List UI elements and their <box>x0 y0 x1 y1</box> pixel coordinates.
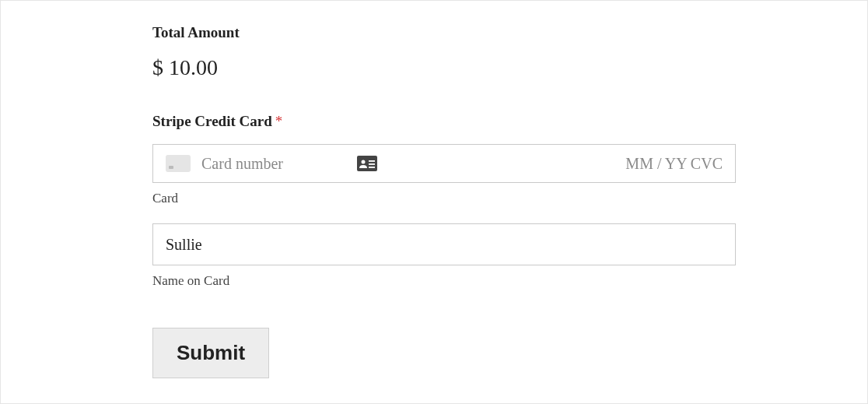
svg-rect-3 <box>369 163 375 165</box>
submit-button[interactable]: Submit <box>152 328 269 378</box>
expiry-cvc-placeholder: MM / YY CVC <box>625 155 723 173</box>
total-amount-label: Total Amount <box>152 24 736 41</box>
payment-form-container: Total Amount $ 10.00 Stripe Credit Card*… <box>0 0 868 404</box>
card-number-placeholder: Card number <box>201 155 357 173</box>
card-field-label: Stripe Credit Card* <box>152 113 736 130</box>
card-input-row[interactable]: Card number MM / YY CVC <box>152 144 736 183</box>
card-icon <box>166 155 191 172</box>
svg-rect-4 <box>369 167 375 168</box>
name-sublabel: Name on Card <box>152 273 736 289</box>
id-card-icon <box>357 156 377 171</box>
form-wrapper: Total Amount $ 10.00 Stripe Credit Card*… <box>152 24 736 378</box>
total-amount-value: $ 10.00 <box>152 55 736 80</box>
card-sublabel: Card <box>152 191 736 206</box>
svg-point-1 <box>362 160 366 164</box>
card-label-text: Stripe Credit Card <box>152 113 272 129</box>
svg-rect-2 <box>369 160 375 162</box>
name-on-card-input[interactable] <box>152 223 736 265</box>
required-asterisk: * <box>275 113 283 129</box>
